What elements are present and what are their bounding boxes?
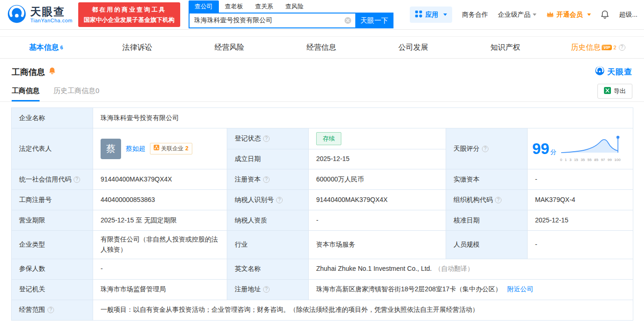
field-value-staff-size: -: [528, 231, 633, 259]
field-label-english-name: 英文名称: [227, 259, 309, 279]
top-header: 天眼查 TianYanCha.com 都在用的商业查询工具 国家中小企业发展子基…: [0, 0, 644, 30]
field-value-business-term: 2025-12-15 至 无固定期限: [93, 210, 227, 231]
field-label-legal-rep: 法定代表人: [12, 128, 93, 169]
tab-company-development[interactable]: 公司发展: [368, 37, 460, 58]
tab-operation-risk[interactable]: 经营风险: [184, 37, 276, 58]
apps-label: 应用: [425, 11, 438, 19]
field-label-industry: 行业: [227, 231, 309, 259]
tab-operation-info[interactable]: 经营信息: [276, 37, 368, 58]
field-label-taxpayer-id: 纳税人识别号: [227, 190, 309, 210]
field-label-score: 天眼评分: [446, 128, 528, 169]
field-value-reg-number: 440400000853863: [93, 190, 227, 210]
field-value-establish-date: 2025-12-15: [309, 149, 446, 169]
chevron-down-icon: [533, 13, 536, 16]
field-label-reg-status: 登记状态: [227, 128, 309, 149]
help-icon[interactable]: [74, 176, 80, 183]
search-area: 查公司 查老板 查关系 查风险 天眼一下: [189, 1, 393, 28]
apps-grid-icon: [415, 10, 422, 19]
field-label-establish-date: 成立日期: [227, 149, 309, 169]
field-value-industry: 资本市场服务: [309, 231, 446, 259]
help-icon[interactable]: [263, 286, 270, 293]
field-value-reg-authority: 珠海市市场监督管理局: [93, 279, 227, 300]
field-label-company-type: 企业类型: [12, 231, 93, 259]
field-label-reg-authority: 登记机关: [12, 279, 93, 300]
field-label-reg-capital: 注册资本: [227, 169, 309, 190]
tianyancha-logo-icon: [7, 4, 27, 26]
tianyancha-logo[interactable]: 天眼查 TianYanCha.com: [7, 4, 73, 26]
search-button[interactable]: 天眼一下: [355, 13, 393, 28]
field-value-legal-rep: 蔡 蔡如超 关联企业 2: [93, 128, 227, 169]
nearby-companies-link[interactable]: 附近公司: [507, 285, 533, 293]
field-label-staff-size: 人员规模: [446, 231, 528, 259]
open-vip-link[interactable]: 开通会员: [546, 11, 591, 19]
business-info-table: 企业名称 珠海珠科壹号投资有限公司 法定代表人 蔡 蔡如超 关联企业 2 登记状…: [11, 107, 633, 321]
brand-name: 天眼查: [30, 6, 73, 17]
section-header: 工商信息 天眼查: [0, 59, 644, 80]
field-value-company-name: 珠海珠科壹号投资有限公司: [93, 108, 633, 128]
tab-legal-litigation[interactable]: 法律诉讼: [92, 37, 184, 58]
field-label-taxpayer-quality: 纳税人资质: [227, 210, 309, 231]
related-companies-badge[interactable]: 关联企业 2: [150, 143, 192, 154]
search-tabs: 查公司 查老板 查关系 查风险: [189, 1, 393, 13]
search-tab-company[interactable]: 查公司: [189, 0, 219, 13]
subtab-history-business-info[interactable]: 历史工商信息0: [54, 80, 99, 101]
clear-search-icon[interactable]: [344, 17, 352, 26]
auto-translate-note: （自动翻译）: [434, 265, 474, 272]
field-label-paid-capital: 实缴资本: [446, 169, 528, 190]
field-label-business-scope: 经营范围: [12, 300, 93, 320]
help-icon[interactable]: [47, 307, 54, 313]
notification-bell-icon[interactable]: [601, 10, 609, 19]
crown-icon: [546, 11, 554, 19]
score-chart: 013153555859799100: [560, 134, 623, 163]
legal-rep-name-link[interactable]: 蔡如超: [126, 144, 145, 154]
promo-line2: 国家中小企业发展子基金旗下机构: [84, 15, 175, 25]
tab-history-info[interactable]: 历史信息VIP2: [552, 37, 644, 58]
field-value-org-code: MAK379QX-4: [528, 190, 633, 210]
brand-domain: TianYanCha.com: [30, 18, 73, 23]
watermark-logo: 天眼查: [595, 66, 632, 78]
search-tab-relation[interactable]: 查关系: [249, 0, 279, 13]
search-tab-boss[interactable]: 查老板: [219, 0, 249, 13]
field-value-taxpayer-id: 91440400MAK379QX4X: [309, 190, 446, 210]
nav-enterprise-products[interactable]: 企业级产品: [498, 11, 536, 19]
help-icon[interactable]: [495, 197, 502, 203]
subtab-bar: 工商信息 历史工商信息0 导出: [0, 80, 644, 102]
promo-line1: 都在用的商业查询工具: [84, 5, 175, 14]
tianyancha-logo-icon: [595, 66, 605, 78]
help-icon[interactable]: [482, 146, 488, 152]
nav-business-cooperation[interactable]: 商务合作: [462, 11, 488, 19]
nav-super-link[interactable]: 超级...: [619, 11, 637, 19]
field-value-taxpayer-quality: -: [309, 210, 446, 231]
status-badge: 存续: [316, 132, 341, 145]
help-icon[interactable]: [619, 44, 625, 51]
field-label-reg-address: 注册地址: [227, 279, 309, 300]
help-icon[interactable]: [263, 176, 270, 183]
vip-badge: VIP: [602, 45, 612, 50]
tab-basic-info[interactable]: 基本信息6: [0, 37, 92, 58]
subtab-business-info[interactable]: 工商信息: [12, 80, 40, 101]
promo-banner: 都在用的商业查询工具 国家中小企业发展子基金旗下机构: [78, 2, 180, 27]
legal-rep-avatar[interactable]: 蔡: [101, 139, 121, 159]
chevron-down-icon: [587, 13, 591, 16]
field-label-approval-date: 核准日期: [446, 210, 528, 231]
help-icon[interactable]: [276, 197, 283, 203]
monitor-bell-icon[interactable]: [48, 67, 56, 77]
field-label-credit-code: 统一社会信用代码: [12, 169, 93, 190]
search-tab-risk[interactable]: 查风险: [279, 0, 310, 13]
apps-button[interactable]: 应用: [410, 7, 452, 23]
field-value-paid-capital: -: [528, 169, 633, 190]
excel-icon: [604, 87, 611, 95]
field-label-business-term: 营业期限: [12, 210, 93, 231]
tab-intellectual-property[interactable]: 知识产权: [460, 37, 552, 58]
help-icon[interactable]: [263, 135, 270, 142]
field-value-business-scope: 一般项目：以自有资金从事投资活动；企业管理咨询；财务咨询。（除依法须经批准的项目…: [93, 300, 633, 320]
header-nav: 应用 商务合作 企业级产品 开通会员 超级...: [410, 7, 637, 23]
field-label-org-code: 组织机构代码: [446, 190, 528, 210]
field-value-company-type: 有限责任公司（非自然人投资或控股的法人独资）: [93, 231, 227, 259]
field-label-company-name: 企业名称: [12, 108, 93, 128]
export-button[interactable]: 导出: [597, 84, 632, 99]
field-value-insured-count: -: [93, 259, 227, 279]
field-label-insured-count: 参保人数: [12, 259, 93, 279]
search-input[interactable]: [189, 13, 355, 28]
chevron-down-icon: [443, 13, 447, 16]
